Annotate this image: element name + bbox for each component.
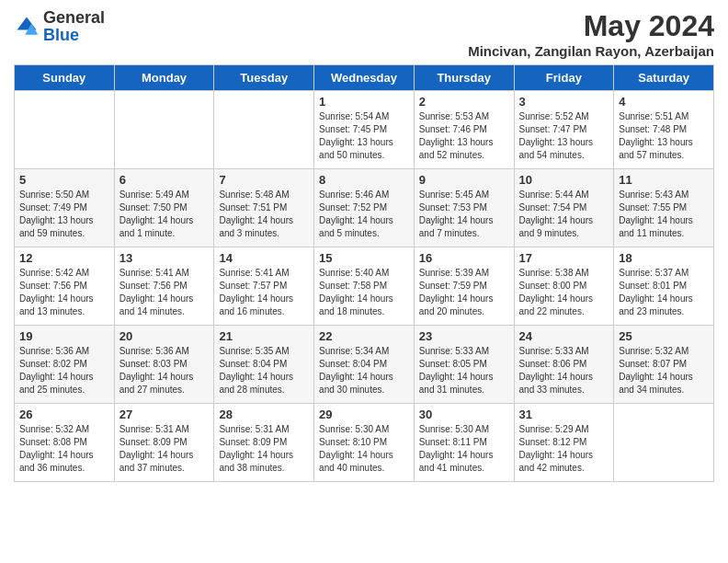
calendar-cell: 8Sunrise: 5:46 AM Sunset: 7:52 PM Daylig… (314, 169, 415, 247)
calendar-header-row: SundayMondayTuesdayWednesdayThursdayFrid… (15, 65, 714, 91)
day-info: Sunrise: 5:45 AM Sunset: 7:53 PM Dayligh… (419, 189, 509, 240)
day-info: Sunrise: 5:46 AM Sunset: 7:52 PM Dayligh… (319, 189, 409, 240)
day-info: Sunrise: 5:30 AM Sunset: 8:10 PM Dayligh… (319, 423, 409, 475)
day-number: 4 (619, 95, 709, 109)
day-number: 26 (19, 408, 109, 421)
day-number: 27 (119, 408, 210, 421)
logo: General Blue (14, 9, 105, 44)
day-number: 16 (419, 251, 509, 265)
day-number: 12 (19, 251, 109, 265)
calendar-table: SundayMondayTuesdayWednesdayThursdayFrid… (14, 64, 714, 482)
day-number: 29 (319, 408, 409, 421)
calendar-cell: 28Sunrise: 5:31 AM Sunset: 8:09 PM Dayli… (214, 404, 314, 482)
day-number: 5 (19, 173, 109, 187)
day-number: 25 (619, 329, 709, 343)
calendar-cell: 20Sunrise: 5:36 AM Sunset: 8:03 PM Dayli… (114, 326, 214, 404)
calendar-cell: 12Sunrise: 5:42 AM Sunset: 7:56 PM Dayli… (15, 247, 115, 326)
day-number: 3 (519, 95, 609, 109)
calendar-cell: 10Sunrise: 5:44 AM Sunset: 7:54 PM Dayli… (514, 169, 614, 247)
calendar-cell: 2Sunrise: 5:53 AM Sunset: 7:46 PM Daylig… (414, 91, 514, 169)
day-header-sunday: Sunday (15, 65, 115, 91)
day-number: 10 (519, 173, 609, 187)
calendar-cell: 15Sunrise: 5:40 AM Sunset: 7:58 PM Dayli… (314, 247, 415, 326)
calendar-cell: 27Sunrise: 5:31 AM Sunset: 8:09 PM Dayli… (114, 404, 214, 482)
day-number: 28 (219, 408, 309, 421)
day-info: Sunrise: 5:39 AM Sunset: 7:59 PM Dayligh… (419, 267, 509, 318)
calendar-cell (614, 404, 714, 482)
day-info: Sunrise: 5:52 AM Sunset: 7:47 PM Dayligh… (519, 110, 609, 162)
calendar-week-row: 26Sunrise: 5:32 AM Sunset: 8:08 PM Dayli… (15, 404, 714, 482)
day-info: Sunrise: 5:42 AM Sunset: 7:56 PM Dayligh… (19, 267, 109, 318)
day-number: 22 (319, 329, 409, 343)
day-info: Sunrise: 5:41 AM Sunset: 7:57 PM Dayligh… (219, 267, 309, 318)
day-number: 9 (419, 173, 509, 187)
calendar-cell: 19Sunrise: 5:36 AM Sunset: 8:02 PM Dayli… (15, 326, 115, 404)
calendar-week-row: 1Sunrise: 5:54 AM Sunset: 7:45 PM Daylig… (15, 91, 714, 169)
day-number: 13 (119, 251, 210, 265)
calendar-cell: 22Sunrise: 5:34 AM Sunset: 8:04 PM Dayli… (314, 326, 415, 404)
calendar-cell: 6Sunrise: 5:49 AM Sunset: 7:50 PM Daylig… (114, 169, 214, 247)
day-number: 6 (119, 173, 210, 187)
calendar-cell: 24Sunrise: 5:33 AM Sunset: 8:06 PM Dayli… (514, 326, 614, 404)
calendar-cell: 17Sunrise: 5:38 AM Sunset: 8:00 PM Dayli… (514, 247, 614, 326)
day-number: 18 (619, 251, 709, 265)
day-number: 31 (519, 408, 609, 421)
day-info: Sunrise: 5:33 AM Sunset: 8:05 PM Dayligh… (419, 345, 509, 396)
day-info: Sunrise: 5:54 AM Sunset: 7:45 PM Dayligh… (319, 110, 409, 162)
day-number: 14 (219, 251, 309, 265)
day-number: 20 (119, 329, 210, 343)
day-number: 21 (219, 329, 309, 343)
day-info: Sunrise: 5:38 AM Sunset: 8:00 PM Dayligh… (519, 267, 609, 318)
day-info: Sunrise: 5:50 AM Sunset: 7:49 PM Dayligh… (19, 189, 109, 240)
day-number: 2 (419, 95, 509, 109)
calendar-cell (15, 91, 115, 169)
day-info: Sunrise: 5:48 AM Sunset: 7:51 PM Dayligh… (219, 189, 309, 240)
day-number: 19 (19, 329, 109, 343)
day-info: Sunrise: 5:36 AM Sunset: 8:02 PM Dayligh… (19, 345, 109, 396)
day-info: Sunrise: 5:53 AM Sunset: 7:46 PM Dayligh… (419, 110, 509, 162)
day-info: Sunrise: 5:51 AM Sunset: 7:48 PM Dayligh… (619, 110, 709, 162)
calendar-cell: 26Sunrise: 5:32 AM Sunset: 8:08 PM Dayli… (15, 404, 115, 482)
logo-general-text: General (43, 8, 105, 27)
page-header: General Blue May 2024 Mincivan, Zangilan… (14, 9, 714, 59)
day-header-friday: Friday (514, 65, 614, 91)
day-info: Sunrise: 5:40 AM Sunset: 7:58 PM Dayligh… (319, 267, 409, 318)
calendar-week-row: 5Sunrise: 5:50 AM Sunset: 7:49 PM Daylig… (15, 169, 714, 247)
day-info: Sunrise: 5:35 AM Sunset: 8:04 PM Dayligh… (219, 345, 309, 396)
calendar-cell: 7Sunrise: 5:48 AM Sunset: 7:51 PM Daylig… (214, 169, 314, 247)
day-header-saturday: Saturday (614, 65, 714, 91)
day-number: 15 (319, 251, 409, 265)
day-info: Sunrise: 5:31 AM Sunset: 8:09 PM Dayligh… (119, 423, 210, 475)
day-header-wednesday: Wednesday (314, 65, 415, 91)
day-info: Sunrise: 5:37 AM Sunset: 8:01 PM Dayligh… (619, 267, 709, 318)
day-header-tuesday: Tuesday (214, 65, 314, 91)
subtitle: Mincivan, Zangilan Rayon, Azerbaijan (468, 43, 714, 59)
day-info: Sunrise: 5:30 AM Sunset: 8:11 PM Dayligh… (419, 423, 509, 475)
day-info: Sunrise: 5:34 AM Sunset: 8:04 PM Dayligh… (319, 345, 409, 396)
calendar-cell: 3Sunrise: 5:52 AM Sunset: 7:47 PM Daylig… (514, 91, 614, 169)
calendar-cell: 5Sunrise: 5:50 AM Sunset: 7:49 PM Daylig… (15, 169, 115, 247)
day-info: Sunrise: 5:32 AM Sunset: 8:07 PM Dayligh… (619, 345, 709, 396)
calendar-cell: 23Sunrise: 5:33 AM Sunset: 8:05 PM Dayli… (414, 326, 514, 404)
main-title: May 2024 (468, 9, 714, 43)
calendar-week-row: 19Sunrise: 5:36 AM Sunset: 8:02 PM Dayli… (15, 326, 714, 404)
calendar-cell: 29Sunrise: 5:30 AM Sunset: 8:10 PM Dayli… (314, 404, 415, 482)
calendar-cell (214, 91, 314, 169)
day-info: Sunrise: 5:33 AM Sunset: 8:06 PM Dayligh… (519, 345, 609, 396)
calendar-cell: 13Sunrise: 5:41 AM Sunset: 7:56 PM Dayli… (114, 247, 214, 326)
calendar-cell: 11Sunrise: 5:43 AM Sunset: 7:55 PM Dayli… (614, 169, 714, 247)
day-number: 24 (519, 329, 609, 343)
day-info: Sunrise: 5:36 AM Sunset: 8:03 PM Dayligh… (119, 345, 210, 396)
calendar-cell: 30Sunrise: 5:30 AM Sunset: 8:11 PM Dayli… (414, 404, 514, 482)
day-number: 30 (419, 408, 509, 421)
calendar-cell: 25Sunrise: 5:32 AM Sunset: 8:07 PM Dayli… (614, 326, 714, 404)
day-info: Sunrise: 5:29 AM Sunset: 8:12 PM Dayligh… (519, 423, 609, 475)
day-header-monday: Monday (114, 65, 214, 91)
calendar-cell: 18Sunrise: 5:37 AM Sunset: 8:01 PM Dayli… (614, 247, 714, 326)
day-number: 11 (619, 173, 709, 187)
logo-icon (14, 14, 40, 40)
day-number: 1 (319, 95, 409, 109)
day-info: Sunrise: 5:41 AM Sunset: 7:56 PM Dayligh… (119, 267, 210, 318)
calendar-cell: 16Sunrise: 5:39 AM Sunset: 7:59 PM Dayli… (414, 247, 514, 326)
calendar-cell: 14Sunrise: 5:41 AM Sunset: 7:57 PM Dayli… (214, 247, 314, 326)
